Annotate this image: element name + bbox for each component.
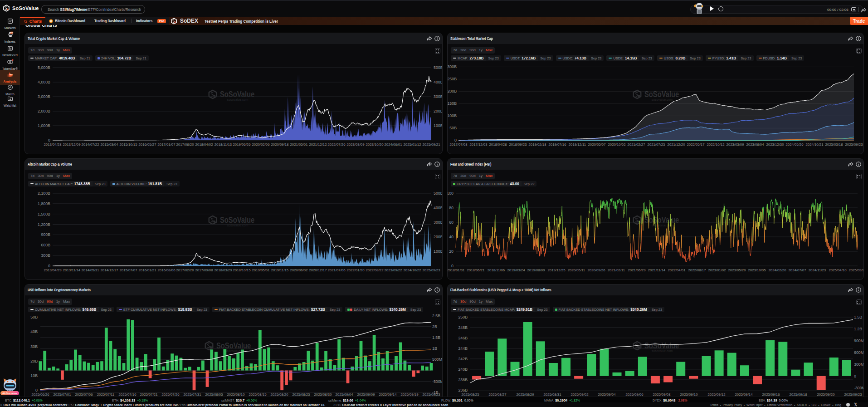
svg-text:2017/02/20: 2017/02/20: [176, 268, 194, 272]
svg-text:2,000B: 2,000B: [38, 109, 50, 113]
svg-text:2025/07/16: 2025/07/16: [118, 392, 136, 397]
svg-text:80: 80: [449, 206, 454, 210]
svg-text:2022/04/01: 2022/04/01: [668, 268, 685, 272]
svg-text:Beta: Beta: [10, 74, 13, 75]
svg-text:2025/09/16: 2025/09/16: [762, 392, 780, 397]
svg-text:500B: 500B: [434, 191, 443, 196]
svg-text:1.2B: 1.2B: [854, 327, 862, 331]
svg-text:₿: ₿: [50, 20, 52, 22]
svg-text:900M: 900M: [854, 338, 864, 343]
svg-text:2017/12/03: 2017/12/03: [469, 142, 487, 147]
svg-text:0: 0: [451, 264, 454, 268]
svg-text:2017/01/07: 2017/01/07: [157, 142, 175, 147]
svg-text:2025/09/23: 2025/09/23: [422, 392, 440, 397]
svg-text:2019/11/15: 2019/11/15: [271, 268, 289, 272]
svg-text:200B: 200B: [434, 109, 443, 113]
svg-text:-300M: -300M: [854, 386, 864, 390]
svg-text:2019/12/25: 2019/12/25: [547, 268, 566, 272]
svg-text:2023/01/02: 2023/01/02: [708, 268, 726, 272]
svg-text:2016/08/06: 2016/08/06: [157, 268, 175, 272]
svg-text:1.5B: 1.5B: [432, 335, 440, 340]
svg-text:2018/03/29: 2018/03/29: [214, 268, 232, 272]
svg-text:2023/10/20: 2023/10/20: [366, 142, 384, 147]
svg-text:2022/08/22: 2022/08/22: [366, 268, 383, 272]
svg-text:2025/08/05: 2025/08/05: [205, 392, 223, 397]
svg-text:1,800B: 1,800B: [38, 201, 50, 206]
svg-text:2020/10/02: 2020/10/02: [608, 142, 625, 147]
svg-text:2024/10/21: 2024/10/21: [805, 142, 823, 147]
svg-text:2025/08/15: 2025/08/15: [249, 392, 267, 397]
svg-text:900B: 900B: [41, 232, 50, 237]
svg-text:2.5B: 2.5B: [432, 314, 440, 318]
svg-text:2025/07/06: 2025/07/06: [75, 392, 93, 397]
svg-text:2024/11/23: 2024/11/23: [809, 268, 826, 272]
svg-text:2016/01/21: 2016/01/21: [138, 268, 156, 272]
svg-text:2025/09/14: 2025/09/14: [735, 392, 753, 397]
svg-text:1,000B: 1,000B: [38, 123, 50, 128]
svg-text:100B: 100B: [434, 123, 443, 128]
svg-text:2022/05/17: 2022/05/17: [687, 142, 704, 147]
svg-text:2025/08/31: 2025/08/31: [543, 392, 561, 397]
svg-text:248B: 248B: [458, 325, 468, 330]
svg-text:250B: 250B: [448, 77, 457, 81]
svg-text:2022/07/26: 2022/07/26: [327, 142, 345, 147]
svg-text:2022/10/12: 2022/10/12: [707, 142, 724, 147]
svg-text:40B: 40B: [30, 329, 38, 334]
svg-text:50B: 50B: [449, 126, 457, 130]
svg-text:1,200B: 1,200B: [38, 222, 50, 227]
svg-text:2025/09/12: 2025/09/12: [707, 392, 725, 397]
svg-text:236B: 236B: [458, 388, 468, 392]
svg-text:2020/09/18: 2020/09/18: [271, 142, 288, 147]
svg-text:2B: 2B: [432, 324, 437, 329]
svg-text:2025/09/21: 2025/09/21: [422, 142, 440, 147]
svg-text:2019/02/18: 2019/02/18: [528, 142, 546, 147]
svg-text:2017/07/08: 2017/07/08: [449, 142, 467, 147]
svg-text:2024/05/26: 2024/05/26: [785, 142, 803, 147]
svg-text:2021/12/12: 2021/12/12: [309, 142, 327, 147]
svg-text:10B: 10B: [30, 373, 38, 378]
svg-text:2025/04/10: 2025/04/10: [829, 268, 847, 272]
svg-text:0: 0: [48, 264, 50, 268]
svg-text:2025/08/27: 2025/08/27: [488, 392, 506, 397]
svg-text:2021/07/06: 2021/07/06: [327, 268, 345, 272]
svg-text:2025/08/29: 2025/08/29: [516, 392, 534, 397]
svg-text:2025/09/09: 2025/09/09: [357, 392, 375, 397]
svg-text:2019/08/09: 2019/08/09: [527, 268, 545, 272]
svg-text:2019/07/16: 2019/07/16: [548, 142, 566, 147]
svg-text:2013/04/28: 2013/04/28: [44, 142, 61, 147]
svg-text:250B: 250B: [458, 315, 468, 319]
svg-text:40: 40: [449, 235, 454, 239]
svg-text:0: 0: [454, 138, 457, 142]
svg-text:20: 20: [449, 249, 454, 254]
svg-text:2019/06/26: 2019/06/26: [233, 142, 250, 147]
svg-text:2025/03/18: 2025/03/18: [825, 142, 843, 147]
svg-text:300B: 300B: [448, 64, 457, 69]
svg-text:0: 0: [35, 388, 38, 392]
svg-text:2017/09/08: 2017/09/08: [195, 268, 213, 272]
svg-text:2025/09/10: 2025/09/10: [680, 392, 698, 397]
svg-text:100: 100: [448, 191, 454, 196]
svg-text:2025/07/01: 2025/07/01: [53, 392, 71, 397]
svg-text:2019/05/01: 2019/05/01: [252, 268, 269, 272]
svg-text:2025/09/23: 2025/09/23: [845, 142, 863, 147]
svg-text:2018/06/21: 2018/06/21: [467, 268, 484, 272]
svg-text:2021/12/20: 2021/12/20: [667, 142, 685, 147]
svg-text:2021/02/27: 2021/02/27: [627, 142, 645, 147]
svg-text:2015/10/15: 2015/10/15: [119, 142, 137, 147]
svg-text:300B: 300B: [41, 253, 50, 258]
svg-text:2013/11/14: 2013/11/14: [63, 268, 81, 272]
svg-text:2025/09/18: 2025/09/18: [789, 392, 807, 397]
svg-text:2,100B: 2,100B: [38, 191, 50, 196]
svg-text:2018/01/31: 2018/01/31: [448, 268, 465, 272]
svg-text:2015/03/04: 2015/03/04: [100, 142, 118, 147]
svg-text:238B: 238B: [458, 378, 468, 382]
svg-text:150B: 150B: [448, 101, 457, 106]
svg-text:2018/11/13: 2018/11/13: [215, 142, 232, 147]
svg-text:2020/02/06: 2020/02/06: [252, 142, 269, 147]
svg-text:2025/09/06: 2025/09/06: [625, 392, 643, 397]
svg-text:2025/09/23: 2025/09/23: [844, 392, 862, 397]
svg-text:2019/12/11: 2019/12/11: [569, 142, 586, 147]
svg-text:2015/07/07: 2015/07/07: [119, 268, 137, 272]
svg-text:2025/08/25: 2025/08/25: [292, 392, 310, 397]
svg-text:2025/09/08: 2025/09/08: [653, 392, 670, 397]
